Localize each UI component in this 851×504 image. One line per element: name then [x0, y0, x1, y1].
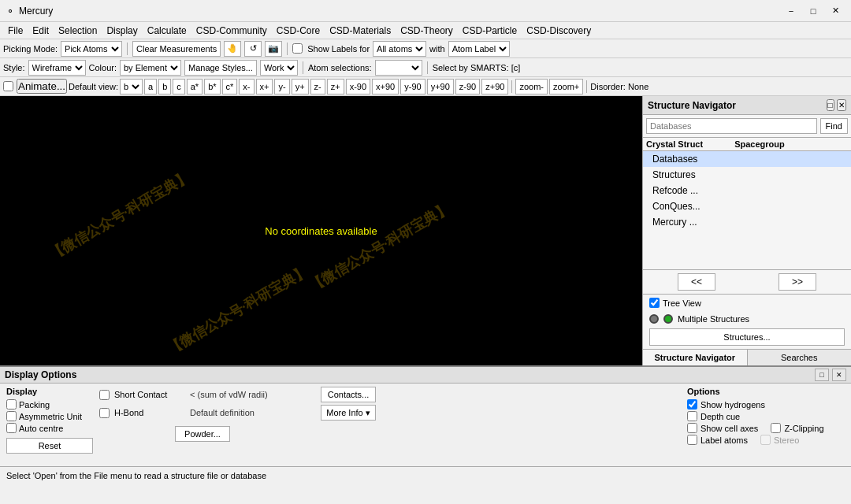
view-x-90[interactable]: x-90 — [346, 79, 370, 94]
style-select[interactable]: Wireframe — [28, 60, 86, 76]
menu-csd-core[interactable]: CSD-Core — [272, 24, 325, 38]
nav-item-conques[interactable]: ConQues... — [643, 198, 851, 214]
struct-nav-pin-button[interactable]: □ — [827, 99, 834, 111]
powder-button[interactable]: Powder... — [175, 426, 230, 442]
animate-button[interactable]: Animate... — [17, 79, 67, 94]
minimize-button[interactable]: − — [782, 4, 801, 18]
tool-icon-2[interactable]: ↺ — [244, 41, 262, 57]
view-yplus[interactable]: y+ — [292, 79, 309, 94]
close-button[interactable]: ✕ — [826, 4, 845, 18]
view-zplus[interactable]: z+ — [327, 79, 344, 94]
tool-icon-1[interactable]: 🤚 — [224, 41, 241, 57]
menu-csd-particle[interactable]: CSD-Particle — [458, 24, 522, 38]
options-label: Options — [687, 387, 845, 396]
asymmetric-unit-label[interactable]: Asymmetric Unit — [6, 411, 93, 421]
app-title: Mercury — [19, 6, 53, 17]
tab-searches[interactable]: Searches — [748, 350, 852, 365]
view-b[interactable]: b — [158, 79, 171, 94]
all-atoms-select[interactable]: All atoms — [373, 41, 426, 57]
menu-csd-community[interactable]: CSD-Community — [191, 24, 272, 38]
nav-item-structures[interactable]: Structures — [643, 167, 851, 183]
nav-item-databases[interactable]: Databases — [643, 151, 851, 167]
depth-cue-label[interactable]: Depth cue — [687, 411, 845, 421]
menu-display[interactable]: Display — [102, 24, 142, 38]
packing-checkbox[interactable] — [6, 399, 17, 410]
view-astar[interactable]: a* — [187, 79, 203, 94]
asymmetric-unit-checkbox[interactable] — [6, 411, 17, 421]
animate-checkbox[interactable] — [3, 81, 13, 91]
show-hydrogens-label[interactable]: Show hydrogens — [687, 399, 845, 410]
label-atoms-label[interactable]: Label atoms — [687, 435, 748, 445]
main-area: 【微信公众号·科研宝典】 【微信公众号·科研宝典】 【微信公众号·科研宝典】 N… — [0, 96, 851, 365]
work-select[interactable]: Work — [260, 60, 298, 76]
view-x90[interactable]: x+90 — [372, 79, 399, 94]
short-contact-checkbox[interactable] — [99, 390, 110, 400]
menu-calculate[interactable]: Calculate — [143, 24, 191, 38]
tool-icon-3[interactable]: 📷 — [265, 41, 282, 57]
structures-button[interactable]: Structures... — [649, 328, 845, 346]
clear-measurements-button[interactable]: Clear Measurements — [132, 41, 221, 57]
auto-centre-label[interactable]: Auto centre — [6, 423, 93, 433]
struct-nav-find-button[interactable]: Find — [820, 118, 848, 134]
z-clipping-checkbox[interactable] — [771, 423, 781, 433]
nav-item-mercury[interactable]: Mercury ... — [643, 214, 851, 230]
show-labels-checkbox[interactable] — [292, 43, 303, 54]
colour-select[interactable]: by Element — [120, 60, 181, 76]
view-z90[interactable]: z+90 — [481, 79, 508, 94]
menu-csd-materials[interactable]: CSD-Materials — [325, 24, 396, 38]
show-cell-axes-label[interactable]: Show cell axes — [687, 423, 758, 433]
tree-view-label[interactable]: Tree View — [649, 298, 845, 308]
depth-cue-checkbox[interactable] — [687, 411, 697, 421]
struct-nav-search-input[interactable] — [646, 118, 817, 134]
hbond-checkbox[interactable] — [99, 408, 110, 418]
zoom-plus-button[interactable]: zoom+ — [549, 79, 583, 94]
view-xminus[interactable]: x- — [239, 79, 254, 94]
maximize-button[interactable]: □ — [804, 4, 823, 18]
tree-view-checkbox[interactable] — [649, 298, 660, 308]
menu-selection[interactable]: Selection — [54, 24, 102, 38]
display-options-pin-button[interactable]: □ — [815, 369, 829, 381]
view-z-90[interactable]: z-90 — [455, 79, 480, 94]
no-coords-text: No coordinates available — [265, 225, 377, 237]
display-options-right: Options Show hydrogens Depth cue Show ce… — [687, 387, 845, 463]
zoom-minus-button[interactable]: zoom- — [515, 79, 548, 94]
struct-nav-close-button[interactable]: ✕ — [837, 99, 846, 111]
reset-button[interactable]: Reset — [6, 438, 93, 454]
viewport[interactable]: 【微信公众号·科研宝典】 【微信公众号·科研宝典】 【微信公众号·科研宝典】 N… — [0, 96, 642, 365]
contacts-button[interactable]: Contacts... — [321, 387, 376, 402]
menu-csd-theory[interactable]: CSD-Theory — [396, 24, 458, 38]
separator1 — [127, 43, 128, 55]
struct-nav-prev-button[interactable]: << — [678, 273, 715, 291]
struct-nav-next-button[interactable]: >> — [779, 273, 816, 291]
view-xplus[interactable]: x+ — [256, 79, 273, 94]
column-crystal: Crystal Struct — [646, 139, 703, 149]
z-clipping-label[interactable]: Z-Clipping — [771, 423, 823, 433]
auto-centre-checkbox[interactable] — [6, 423, 17, 433]
tab-structure-navigator[interactable]: Structure Navigator — [643, 350, 748, 365]
show-hydrogens-checkbox[interactable] — [687, 399, 697, 410]
view-zminus[interactable]: z- — [310, 79, 325, 94]
view-c[interactable]: c — [173, 79, 185, 94]
view-bstar[interactable]: b* — [204, 79, 220, 94]
packing-label[interactable]: Packing — [6, 399, 93, 410]
nav-item-refcode[interactable]: Refcode ... — [643, 183, 851, 198]
view-y90[interactable]: y+90 — [427, 79, 454, 94]
picking-mode-select[interactable]: Pick Atoms — [61, 41, 122, 57]
atom-label-select[interactable]: Atom Label — [448, 41, 510, 57]
menu-file[interactable]: File — [3, 24, 28, 38]
view-y-90[interactable]: y-90 — [400, 79, 425, 94]
menu-csd-discovery[interactable]: CSD-Discovery — [522, 24, 596, 38]
default-view-select[interactable]: bac — [120, 79, 143, 94]
display-options-title: Display Options — [5, 369, 76, 380]
view-cstar[interactable]: c* — [222, 79, 238, 94]
view-yminus[interactable]: y- — [274, 79, 289, 94]
manage-styles-button[interactable]: Manage Styles... — [184, 60, 257, 76]
menu-edit[interactable]: Edit — [28, 24, 54, 38]
view-a[interactable]: a — [144, 79, 157, 94]
more-info-button[interactable]: More Info ▾ — [321, 405, 376, 421]
label-atoms-checkbox[interactable] — [687, 435, 697, 445]
display-options-close-button[interactable]: ✕ — [832, 369, 846, 381]
show-cell-axes-checkbox[interactable] — [687, 423, 697, 433]
atom-selections-select[interactable] — [375, 60, 422, 76]
title-left: ⚬ Mercury — [6, 6, 53, 17]
